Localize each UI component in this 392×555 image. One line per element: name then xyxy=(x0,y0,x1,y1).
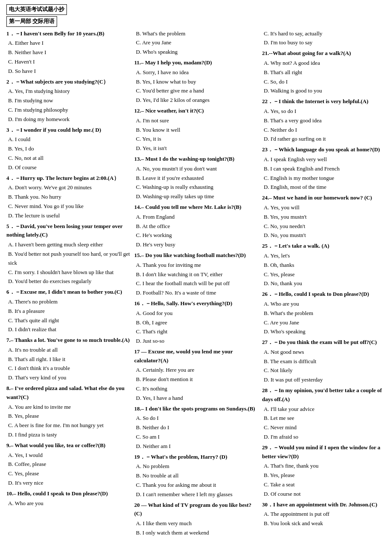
question-stem: 14.– Could you tell me where Mr. Lake is… xyxy=(134,203,258,212)
option: C. No, you needn't xyxy=(262,222,386,231)
question: 24.– Must we hand in our homework now? (… xyxy=(262,194,386,240)
question: 25．－Let's take a walk. (A)A. Yes, let'sB… xyxy=(262,242,386,288)
option: C. English is my mother tongue xyxy=(262,174,386,183)
option: A. I could xyxy=(6,135,130,144)
question: 11.– May I help you, madam?(D)A. Sorry, … xyxy=(134,58,258,105)
column-1: 1．－I haven't seen Belly for 10 years.(B)… xyxy=(6,29,130,539)
column-3: C. It's hard to say, actuallyD. I'm too … xyxy=(262,29,386,539)
option: D. You'd better do exercises regularly xyxy=(6,277,130,286)
option: D. I didn't realize that xyxy=(6,325,130,334)
question-stem: 17 — Excuse me, would you lend me your c… xyxy=(134,347,258,365)
option: C. A beer is fine for me. I'm not hungry… xyxy=(6,421,130,430)
question: 5．－David, you've been losing your temper… xyxy=(6,222,130,286)
option: C. Neither do I xyxy=(262,126,386,135)
option: D. English, most of the time xyxy=(262,183,386,192)
section-title: 第一局部 交际用语 xyxy=(6,16,57,27)
option: C. Not likely xyxy=(262,366,386,375)
question: 22．－I think the Internet is very helpful… xyxy=(262,97,386,144)
question-stem: 13.– Must I do the washing-up tonight?(B… xyxy=(134,155,258,164)
option: D. He's very busy xyxy=(134,240,258,249)
question: 18.– I don't like the spots programs on … xyxy=(134,405,258,451)
question: 4．－Hurry up. The lecture begins at 2:00.… xyxy=(6,174,130,220)
option: D. So have I xyxy=(6,67,130,76)
option: A. From England xyxy=(134,213,258,222)
question-stem: 2．－What subjects are you studying?(C） xyxy=(6,78,130,87)
option: C. It's hard to say, actually xyxy=(262,29,386,38)
option: B. Coffee, please xyxy=(6,460,130,469)
question: 3．－I wonder if you could help me.( D)A. … xyxy=(6,126,130,172)
question-stem: 5．－David, you've been losing your temper… xyxy=(6,222,130,240)
question-stem: 8.– I've ordered pizza and salad. What e… xyxy=(6,384,130,402)
option: D. Who's speaking xyxy=(262,327,386,336)
question: 9.– What would you like, tea or coffee?(… xyxy=(6,441,130,488)
option: C. Are you Jane xyxy=(134,38,258,47)
question: B. What's the problemC. Are you JaneD. W… xyxy=(134,29,258,57)
question: 2．－What subjects are you studying?(C）A. … xyxy=(6,78,130,124)
question-stem: 22．－I think the Internet is very helpful… xyxy=(262,97,386,106)
option: D. I can't remember where I left my glas… xyxy=(134,490,258,499)
option: B. Neither do I xyxy=(134,423,258,432)
question: 28．－In my opinion, you'd better take a c… xyxy=(262,386,386,442)
question-stem: 18.– I don't like the spots programs on … xyxy=(134,405,258,413)
option: C. Thank you for asking me about it xyxy=(134,481,258,490)
option: A. I haven't been getting much sleep eit… xyxy=(6,240,130,249)
option: B. Yes, I do xyxy=(6,145,130,153)
option: D. It's very nice xyxy=(6,479,130,488)
option: B. Let me see xyxy=(262,414,386,423)
option: C. Take a seat xyxy=(262,480,386,489)
option: A. The appointment is put off xyxy=(262,510,386,519)
option: B. That's all right. I like it xyxy=(6,355,130,364)
option: B. You look sick and weak xyxy=(262,519,386,528)
question-stem: 4．－Hurry up. The lecture begins at 2:00.… xyxy=(6,174,130,183)
option: A. Not good news xyxy=(262,348,386,357)
option: D. Just so-so xyxy=(134,337,258,346)
question-stem: 11.– May I help you, madam?(D) xyxy=(134,58,258,67)
question: 1．－I haven't seen Belly for 10 years.(B)… xyxy=(6,29,130,76)
option: D. No, you mustn't xyxy=(262,231,386,240)
option: B. I only watch them at weekend xyxy=(134,529,258,538)
option: C. No, not at all xyxy=(6,154,130,163)
question: 30．I have an appointment with Dr. Johnso… xyxy=(262,500,386,528)
option: D. I find pizza is tasty xyxy=(6,431,130,439)
question: 6．－Excuse me, I didn't mean to bother yo… xyxy=(6,288,130,334)
question: 19．－What's the problem, Harry? (D)A. No … xyxy=(134,453,258,499)
question: 15.– Do you like watching football match… xyxy=(134,251,258,298)
question-stem: 20 — What kind of TV program do you like… xyxy=(134,501,258,519)
question-stem: 27．－Do you think the exam will be put of… xyxy=(262,338,386,347)
option: D. Of course not xyxy=(262,490,386,499)
question-stem: 28．－In my opinion, you'd better take a c… xyxy=(262,386,386,404)
option: A. I'm not sure xyxy=(134,116,258,125)
option: D. Yes, it isn't xyxy=(134,144,258,153)
question-stem: 10.– Hello, could I speak to Don please?… xyxy=(6,489,130,498)
option: B. Thank you. No hurry xyxy=(6,193,130,202)
option: A. You are kind to invite me xyxy=(6,403,130,412)
option: C. So, do I xyxy=(262,78,386,87)
option: C. Yes, it is xyxy=(134,135,258,144)
option: C. Never mind. You go if you like xyxy=(6,202,130,211)
question: 17 — Excuse me, would you lend me your c… xyxy=(134,347,258,403)
question-stem: 12.– Nice weather, isn't it?(C) xyxy=(134,107,258,116)
option: A. I like them very much xyxy=(134,519,258,528)
option: C. I don't think it's a trouble xyxy=(6,364,130,373)
option: B. At the office xyxy=(134,222,258,231)
option: D. Neither am I xyxy=(134,442,258,451)
question: 23．－Which language do you speak at home?… xyxy=(262,145,386,192)
option: A. I'll take your advice xyxy=(262,405,386,414)
question: C. It's hard to say, actuallyD. I'm too … xyxy=(262,29,386,48)
option: B. Leave it if you're exhausted xyxy=(134,174,258,183)
option: A. Thank you for inviting me xyxy=(134,261,258,270)
option: D. Walking is good to you xyxy=(262,87,386,95)
option: D. That's very kind of you xyxy=(6,373,130,382)
option: D. I'm afraid so xyxy=(262,433,386,442)
option: A. Who are you xyxy=(6,499,130,508)
option: A. Yes, I would xyxy=(6,451,130,460)
option: B. It's a pleasure xyxy=(6,307,130,316)
option: C. Washing-up is really exhausting xyxy=(134,183,258,192)
question: 20 — What kind of TV program do you like… xyxy=(134,501,258,538)
option: C. It's nothing xyxy=(134,384,258,393)
option: B. Please don't mention it xyxy=(134,375,258,384)
option: A. Sorry, I have no idea xyxy=(134,68,258,77)
option: D. Of course xyxy=(6,163,130,172)
option: A. There's no problem xyxy=(6,298,130,306)
question: 8.– I've ordered pizza and salad. What e… xyxy=(6,384,130,439)
